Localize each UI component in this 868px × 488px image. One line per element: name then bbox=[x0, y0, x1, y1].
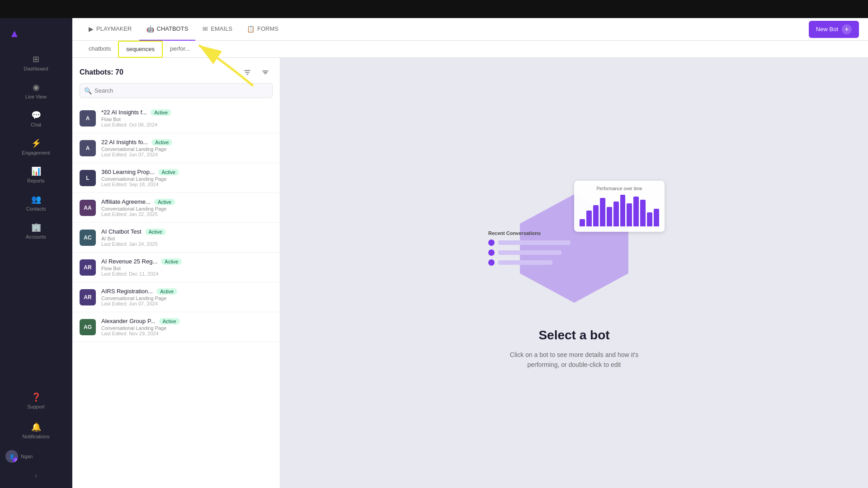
sidebar-item-reports[interactable]: 📊 Reports bbox=[0, 161, 72, 189]
sort-button[interactable] bbox=[258, 65, 273, 80]
username: Ngan bbox=[21, 454, 33, 459]
notifications-icon: 🔔 bbox=[31, 422, 41, 432]
bot-list-item[interactable]: AR AI Revenue 25 Reg... Active Flow Bot … bbox=[72, 253, 280, 282]
tab-label: CHATBOTS bbox=[157, 25, 189, 32]
status-badge: Active bbox=[158, 169, 179, 175]
bot-name-row: Affiliate Agreeme... Active bbox=[101, 198, 255, 205]
bot-info: AI Chatbot Test Active AI Bot Last Edite… bbox=[101, 228, 255, 247]
bot-list-item[interactable]: AA Affiliate Agreeme... Active Conversat… bbox=[72, 193, 280, 223]
search-container: 🔍 bbox=[80, 83, 273, 98]
bot-type: Flow Bot bbox=[101, 266, 255, 271]
bot-list-item[interactable]: AR AIRS Registration... Active Conversat… bbox=[72, 282, 280, 312]
recent-line bbox=[498, 260, 552, 265]
tab-emails[interactable]: ✉ EMAILS bbox=[195, 18, 240, 41]
chart-bar bbox=[633, 197, 639, 226]
header-actions bbox=[240, 65, 273, 80]
notification-badge: 2 bbox=[13, 457, 18, 463]
bot-type: Conversational Landing Page bbox=[101, 296, 255, 301]
recent-line bbox=[498, 250, 561, 255]
tab-playmaker[interactable]: ▶ PLAYMAKER bbox=[81, 18, 139, 41]
live-view-icon: ◉ bbox=[33, 82, 40, 92]
bot-info: AI Revenue 25 Reg... Active Flow Bot Las… bbox=[101, 258, 255, 277]
subtab-performance[interactable]: perfor... bbox=[163, 41, 197, 58]
split-layout: Chatbots: 70 bbox=[72, 58, 868, 488]
recent-item bbox=[488, 249, 571, 256]
bot-name: AI Revenue 25 Reg... bbox=[101, 258, 157, 265]
sidebar-item-label: Notifications bbox=[23, 434, 50, 439]
bot-list-item[interactable]: AC AI Chatbot Test Active AI Bot Last Ed… bbox=[72, 223, 280, 253]
tab-label: FORMS bbox=[257, 25, 278, 32]
bot-name: Affiliate Agreeme... bbox=[101, 198, 151, 205]
bot-info: AIRS Registration... Active Conversation… bbox=[101, 288, 255, 306]
nav-tabs: ▶ PLAYMAKER 🤖 CHATBOTS ✉ EMAILS 📋 FORMS bbox=[81, 18, 286, 41]
chart-bar bbox=[620, 195, 626, 226]
subtab-sequences[interactable]: sequences bbox=[118, 41, 163, 58]
user-profile[interactable]: 👤 2 Ngan bbox=[0, 446, 72, 466]
chart-bar bbox=[640, 200, 646, 226]
sidebar-item-contacts[interactable]: 👥 Contacts bbox=[0, 189, 72, 217]
sidebar-item-dashboard[interactable]: ⊞ Dashboard bbox=[0, 49, 72, 77]
sidebar: ▲ ⊞ Dashboard ◉ Live View 💬 Chat ⚡ Engag… bbox=[0, 18, 72, 488]
sidebar-item-label: Reports bbox=[27, 178, 45, 183]
bot-info: *22 AI Insights f... Active Flow Bot Las… bbox=[101, 109, 255, 127]
tab-label: EMAILS bbox=[211, 25, 232, 32]
sidebar-item-accounts[interactable]: 🏢 Accounts bbox=[0, 217, 72, 245]
bot-list-item[interactable]: AG Alexander Group P... Active Conversat… bbox=[72, 312, 280, 342]
bot-avatar: A bbox=[80, 110, 96, 127]
main-layout: ▲ ⊞ Dashboard ◉ Live View 💬 Chat ⚡ Engag… bbox=[0, 18, 868, 488]
bot-list: A *22 AI Insights f... Active Flow Bot L… bbox=[72, 103, 280, 488]
logo[interactable]: ▲ bbox=[0, 23, 72, 49]
chart-bar bbox=[600, 198, 605, 226]
chat-icon: 💬 bbox=[31, 110, 41, 120]
filter-button[interactable] bbox=[240, 65, 255, 80]
bot-list-item[interactable]: L 360 Learning Prop... Active Conversati… bbox=[72, 163, 280, 193]
bot-avatar: A bbox=[80, 140, 96, 156]
sidebar-item-live-view[interactable]: ◉ Live View bbox=[0, 77, 72, 105]
sub-nav-container: chatbots sequences perfor... bbox=[72, 41, 868, 58]
bot-type: Conversational Landing Page bbox=[101, 146, 255, 152]
status-badge: Active bbox=[161, 258, 182, 265]
bot-name-row: 22 AI Insights fo... Active bbox=[101, 139, 255, 145]
bot-date: Last Edited: Nov 29, 2024 bbox=[101, 331, 255, 336]
bot-avatar: AR bbox=[80, 289, 96, 305]
collapse-sidebar-button[interactable]: ‹ bbox=[0, 468, 72, 483]
chart-bar bbox=[607, 207, 612, 226]
status-badge: Active bbox=[154, 199, 175, 205]
playmaker-icon: ▶ bbox=[89, 25, 94, 33]
bot-name-row: Alexander Group P... Active bbox=[101, 318, 255, 324]
new-bot-button[interactable]: New Bot + bbox=[809, 21, 859, 38]
sidebar-item-label: Engagement bbox=[22, 150, 50, 155]
bot-list-item[interactable]: A 22 AI Insights fo... Active Conversati… bbox=[72, 133, 280, 163]
engagement-icon: ⚡ bbox=[31, 138, 41, 148]
bot-info: 360 Learning Prop... Active Conversation… bbox=[101, 169, 255, 187]
chart-bar bbox=[593, 205, 599, 226]
status-badge: Active bbox=[156, 288, 177, 295]
bot-list-item[interactable]: A *22 AI Insights f... Active Flow Bot L… bbox=[72, 103, 280, 133]
sidebar-item-notifications[interactable]: 🔔 Notifications bbox=[0, 417, 72, 445]
bot-name-row: AI Chatbot Test Active bbox=[101, 228, 255, 235]
bot-name: AI Chatbot Test bbox=[101, 228, 142, 235]
tab-forms[interactable]: 📋 FORMS bbox=[240, 18, 286, 41]
subtab-chatbots[interactable]: chatbots bbox=[81, 41, 118, 58]
bot-avatar: L bbox=[80, 170, 96, 186]
bot-name: *22 AI Insights f... bbox=[101, 109, 147, 116]
illustration: Performance over time Recent Conversatio… bbox=[484, 176, 665, 321]
chart-bar bbox=[613, 202, 619, 226]
avatar: 👤 2 bbox=[5, 450, 18, 463]
status-badge: Active bbox=[159, 318, 180, 324]
search-input[interactable] bbox=[80, 83, 273, 98]
filter-icon bbox=[244, 69, 251, 76]
sidebar-item-label: Dashboard bbox=[24, 66, 48, 71]
recent-items-list bbox=[488, 239, 571, 266]
bot-list-title: Chatbots: 70 bbox=[80, 68, 123, 76]
contacts-icon: 👥 bbox=[31, 194, 41, 204]
sidebar-item-support[interactable]: ❓ Support bbox=[0, 387, 72, 415]
sidebar-item-chat[interactable]: 💬 Chat bbox=[0, 105, 72, 133]
chatbots-icon: 🤖 bbox=[146, 25, 154, 33]
tab-chatbots[interactable]: 🤖 CHATBOTS bbox=[139, 18, 196, 41]
sidebar-item-engagement[interactable]: ⚡ Engagement bbox=[0, 133, 72, 161]
bot-name-row: AIRS Registration... Active bbox=[101, 288, 255, 295]
dashboard-icon: ⊞ bbox=[33, 54, 39, 64]
bot-date: Last Edited: Jun 07, 2024 bbox=[101, 152, 255, 157]
recent-item bbox=[488, 259, 571, 266]
